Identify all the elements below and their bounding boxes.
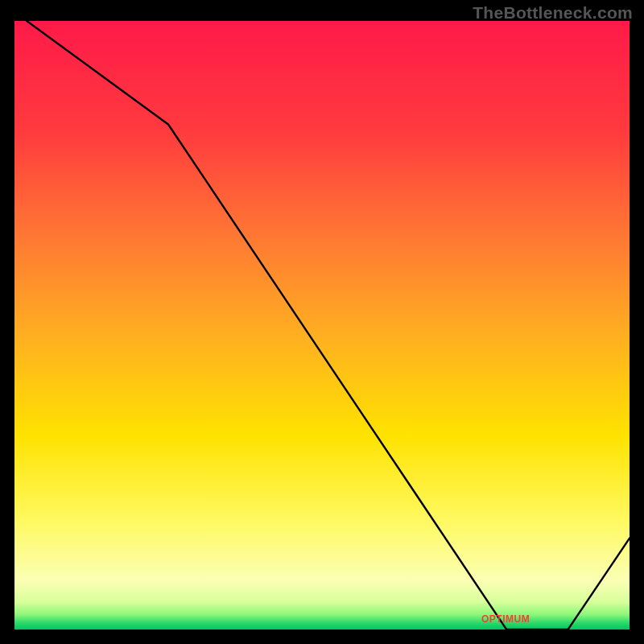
gradient-background: [14, 21, 630, 630]
watermark-text: TheBottleneck.com: [473, 3, 633, 23]
bottleneck-chart-svg: [14, 21, 630, 630]
chart-frame: TheBottleneck.com OPTIMUM: [0, 0, 644, 644]
optimum-label: OPTIMUM: [481, 613, 530, 625]
plot-area: [14, 21, 630, 630]
